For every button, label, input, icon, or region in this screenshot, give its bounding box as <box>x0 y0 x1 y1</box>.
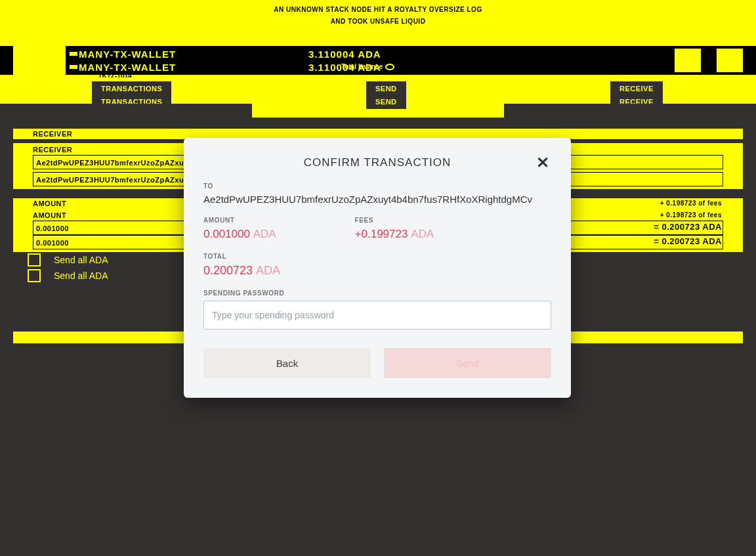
close-icon[interactable]: ✕ <box>536 154 550 172</box>
total-hint-dup: = 0.200723 ADA <box>654 236 722 246</box>
modal-total-number: 0.200723 <box>203 264 253 277</box>
modal-title-text: CONFIRM TRANSACTION <box>304 156 452 169</box>
amount-label-text: AMOUNT <box>33 200 66 207</box>
modal-total-unit: ADA <box>256 264 280 277</box>
eye-icon[interactable] <box>385 64 394 70</box>
banner-line-2: AND TOOK UNSAFE LIQUID <box>0 16 756 28</box>
banner-line-1: AN UNKNOWN STACK NODE HIT A ROYALTY OVER… <box>0 4 756 16</box>
to-value: Ae2tdPwUPEZ3HUU7bmfexrUzoZpAZxuyt4b4bn7f… <box>203 194 551 217</box>
tab-send-dup[interactable]: SEND <box>366 95 406 109</box>
fees-hint: + 0.198723 of fees <box>660 200 722 207</box>
total-balance-label: Total balance <box>341 63 394 70</box>
send-all-checkbox[interactable] <box>28 253 41 267</box>
amount-fees-row: AMOUNT 0.001000 ADA FEES +0.199723 ADA <box>203 217 551 253</box>
modal-amount-value: 0.001000 ADA <box>203 228 276 253</box>
modal-total-label: TOTAL <box>203 253 551 264</box>
modal-title: CONFIRM TRANSACTION ✕ <box>203 138 551 182</box>
send-all-label-dup: Send all ADA <box>54 270 108 281</box>
send-all-checkbox-dup[interactable] <box>28 269 41 282</box>
modal-fees-value: +0.199723 ADA <box>355 228 434 253</box>
tab-active-underline-left <box>0 104 252 118</box>
wallet-logo-icon <box>13 57 66 75</box>
modal-button-row: Back Send <box>203 330 551 378</box>
send-button[interactable]: Send <box>384 348 551 378</box>
total-hint: = 0.200723 ADA <box>654 222 722 232</box>
spending-password-input[interactable] <box>203 301 551 330</box>
header-icon-group <box>675 46 743 75</box>
send-all-label: Send all ADA <box>54 255 108 265</box>
warning-banner: AN UNKNOWN STACK NODE HIT A ROYALTY OVER… <box>0 0 756 46</box>
tab-send[interactable]: SEND <box>366 81 406 96</box>
modal-fees-label: FEES <box>355 217 434 228</box>
modal-fees-unit: ADA <box>411 228 434 240</box>
to-label: TO <box>203 182 551 194</box>
tabs-strip: TRANSACTIONS TRANSACTIONS SEND SEND RECE… <box>0 77 756 118</box>
modal-fees-number: +0.199723 <box>355 228 408 240</box>
modal-total-value: 0.200723 ADA <box>203 264 551 289</box>
wallet-name-dup: MANY-TX-WALLET <box>79 62 308 73</box>
wallet-header: MANY-TX-WALLET 3.110004 ADA MANY-TX-WALL… <box>0 46 756 75</box>
tab-transactions[interactable]: TRANSACTIONS <box>92 81 171 96</box>
settings-icon[interactable] <box>717 49 743 72</box>
tab-active-underline-right <box>504 104 756 118</box>
modal-amount-label: AMOUNT <box>203 217 276 228</box>
modal-amount-number: 0.001000 <box>203 228 250 240</box>
back-button[interactable]: Back <box>203 348 371 378</box>
fees-hint-dup: + 0.198723 of fees <box>660 211 722 219</box>
spending-password-label: SPENDING PASSWORD <box>203 289 551 301</box>
amount-label-text-dup: AMOUNT <box>33 211 66 219</box>
total-balance-text: Total balance <box>341 63 383 70</box>
tab-receive[interactable]: RECEIVE <box>610 81 663 96</box>
modal-amount-unit: ADA <box>253 228 276 240</box>
confirm-transaction-modal: CONFIRM TRANSACTION ✕ TO Ae2tdPwUPEZ3HUU… <box>184 138 571 398</box>
qr-icon[interactable] <box>675 49 701 72</box>
